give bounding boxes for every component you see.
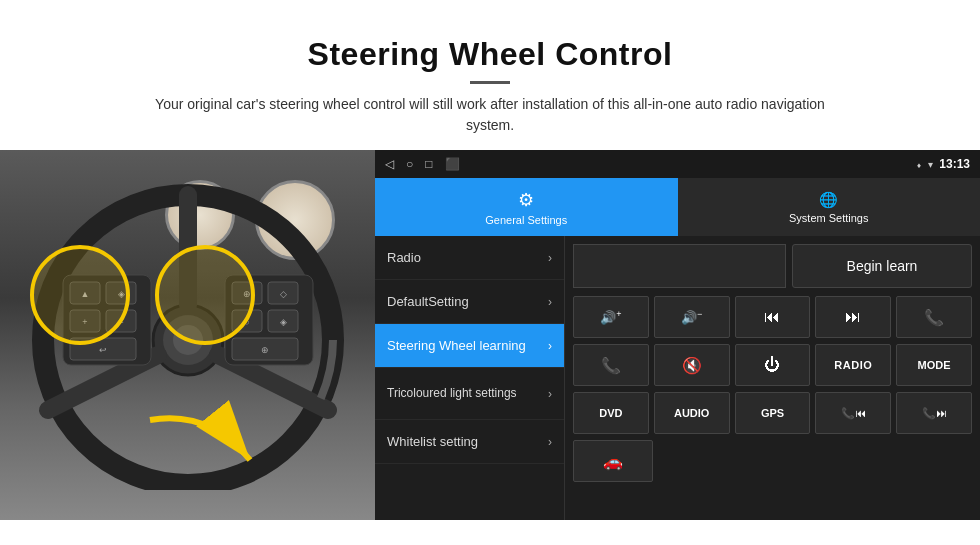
hangup-icon: 📞	[601, 356, 621, 375]
arrow-svg	[130, 400, 270, 490]
gear-icon: ⚙	[518, 189, 534, 211]
recents-icon: □	[425, 157, 432, 171]
mute-icon: 🔇	[682, 356, 702, 375]
control-panel: Begin learn 🔊+ 🔊− ⏮ ⏭	[565, 236, 980, 520]
steering-wheel-image: ▲ ◈ + − ↩ ⊕ ◇ ○ ◈ ⊕	[0, 150, 375, 520]
control-grid-row3: DVD AUDIO GPS 📞⏮ 📞⏭	[573, 392, 972, 434]
yellow-circle-right	[155, 245, 255, 345]
control-grid-row1: 🔊+ 🔊− ⏮ ⏭ 📞	[573, 296, 972, 338]
call-prev-button[interactable]: 📞⏮	[815, 392, 891, 434]
call-icon: 📞	[924, 308, 944, 327]
next-track-button[interactable]: ⏭	[815, 296, 891, 338]
dvd-button[interactable]: DVD	[573, 392, 649, 434]
control-grid-row2: 📞 🔇 ⏻ RADIO MODE	[573, 344, 972, 386]
next-track-icon: ⏭	[845, 308, 861, 326]
menu-item-steering-wheel[interactable]: Steering Wheel learning ›	[375, 324, 564, 368]
yellow-circle-left	[30, 245, 130, 345]
vol-up-icon: 🔊+	[600, 309, 621, 325]
gps-label: GPS	[761, 407, 784, 419]
subtitle: Your original car's steering wheel contr…	[140, 94, 840, 136]
mute-button[interactable]: 🔇	[654, 344, 730, 386]
gps-icon: ⬧	[916, 159, 922, 170]
control-grid-row4: 🚗	[573, 440, 972, 482]
status-bar: ◁ ○ □ ⬛ ⬧ ▾ 13:13	[375, 150, 980, 178]
tab-general-settings[interactable]: ⚙ General Settings	[375, 178, 678, 236]
tab-bar: ⚙ General Settings 🌐 System Settings	[375, 178, 980, 236]
head-unit: ◁ ○ □ ⬛ ⬧ ▾ 13:13 ⚙ General Settings 🌐 S…	[375, 150, 980, 520]
radio-label: RADIO	[834, 359, 872, 371]
vol-up-button[interactable]: 🔊+	[573, 296, 649, 338]
mode-button[interactable]: MODE	[896, 344, 972, 386]
menu-item-tricoloured[interactable]: Tricoloured light settings ›	[375, 368, 564, 420]
menu-column: Radio › DefaultSetting › Steering Wheel …	[375, 236, 565, 520]
title-divider	[470, 81, 510, 84]
prev-track-button[interactable]: ⏮	[735, 296, 811, 338]
dvd-label: DVD	[599, 407, 622, 419]
gps-button[interactable]: GPS	[735, 392, 811, 434]
chevron-icon-tricoloured: ›	[548, 387, 552, 401]
menu-tricoloured-label: Tricoloured light settings	[387, 386, 517, 402]
svg-text:⊕: ⊕	[261, 345, 269, 355]
call-prev-icon: 📞⏮	[841, 407, 866, 420]
menu-item-default-setting[interactable]: DefaultSetting ›	[375, 280, 564, 324]
vol-down-button[interactable]: 🔊−	[654, 296, 730, 338]
power-icon: ⏻	[764, 356, 780, 374]
call-next-button[interactable]: 📞⏭	[896, 392, 972, 434]
back-icon: ◁	[385, 157, 394, 171]
svg-text:◈: ◈	[279, 317, 286, 327]
tab-general-label: General Settings	[485, 214, 567, 226]
menu-steering-label: Steering Wheel learning	[387, 338, 526, 353]
chevron-icon-radio: ›	[548, 251, 552, 265]
wifi-icon: ▾	[928, 159, 933, 170]
svg-text:◇: ◇	[279, 289, 286, 299]
vol-down-icon: 🔊−	[681, 309, 702, 325]
settings-list: Radio › DefaultSetting › Steering Wheel …	[375, 236, 980, 520]
menu-radio-label: Radio	[387, 250, 421, 265]
menu-item-whitelist[interactable]: Whitelist setting ›	[375, 420, 564, 464]
car-icon-button[interactable]: 🚗	[573, 440, 653, 482]
status-left: ◁ ○ □ ⬛	[385, 157, 460, 171]
menu-icon: ⬛	[445, 157, 460, 171]
empty-display	[573, 244, 786, 288]
audio-label: AUDIO	[674, 407, 709, 419]
svg-text:↩: ↩	[99, 345, 107, 355]
audio-button[interactable]: AUDIO	[654, 392, 730, 434]
status-right: ⬧ ▾ 13:13	[916, 157, 970, 171]
tab-system-label: System Settings	[789, 212, 868, 224]
main-content: ▲ ◈ + − ↩ ⊕ ◇ ○ ◈ ⊕	[0, 150, 980, 520]
chevron-icon-whitelist: ›	[548, 435, 552, 449]
call-button[interactable]: 📞	[896, 296, 972, 338]
menu-default-label: DefaultSetting	[387, 294, 469, 309]
call-next-icon: 📞⏭	[922, 407, 947, 420]
menu-whitelist-label: Whitelist setting	[387, 434, 478, 449]
tab-system-settings[interactable]: 🌐 System Settings	[678, 178, 981, 236]
car-icon: 🚗	[603, 452, 623, 471]
mode-label: MODE	[918, 359, 951, 371]
prev-track-icon: ⏮	[764, 308, 780, 326]
begin-learn-button[interactable]: Begin learn	[792, 244, 972, 288]
menu-item-radio[interactable]: Radio ›	[375, 236, 564, 280]
page-title: Steering Wheel Control	[0, 18, 980, 73]
hangup-button[interactable]: 📞	[573, 344, 649, 386]
home-icon: ○	[406, 157, 413, 171]
globe-icon: 🌐	[819, 191, 838, 209]
time-display: 13:13	[939, 157, 970, 171]
chevron-icon-default: ›	[548, 295, 552, 309]
begin-learn-row: Begin learn	[573, 244, 972, 288]
chevron-icon-steering: ›	[548, 339, 552, 353]
power-button[interactable]: ⏻	[735, 344, 811, 386]
radio-button[interactable]: RADIO	[815, 344, 891, 386]
